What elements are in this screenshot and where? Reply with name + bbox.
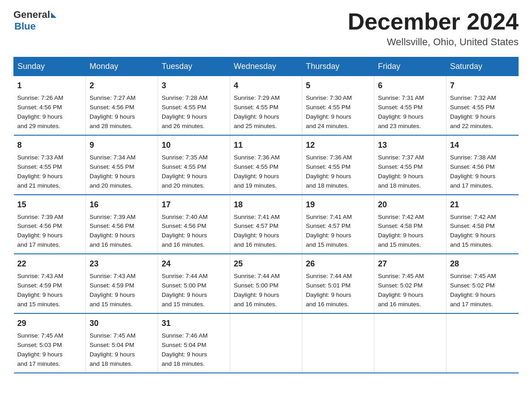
day-info: Sunrise: 7:46 AMSunset: 5:04 PMDaylight:…	[162, 331, 226, 369]
day-info: Sunrise: 7:43 AMSunset: 4:59 PMDaylight:…	[17, 272, 82, 309]
calendar-cell: 19 Sunrise: 7:41 AMSunset: 4:57 PMDaylig…	[302, 195, 374, 254]
sunrise-label: Sunrise: 7:41 AM	[234, 214, 280, 220]
calendar-cell: 21 Sunrise: 7:42 AMSunset: 4:58 PMDaylig…	[446, 195, 519, 254]
day-info: Sunrise: 7:27 AMSunset: 4:56 PMDaylight:…	[90, 94, 154, 131]
daylight-minutes: and 18 minutes.	[378, 182, 421, 189]
daylight-label: Daylight: 9 hours	[450, 291, 495, 298]
daylight-minutes: and 17 minutes.	[17, 360, 60, 367]
header-row: Sunday Monday Tuesday Wednesday Thursday…	[14, 57, 519, 76]
day-info: Sunrise: 7:28 AMSunset: 4:55 PMDaylight:…	[162, 94, 226, 131]
calendar-body: 1 Sunrise: 7:26 AMSunset: 4:56 PMDayligh…	[14, 76, 519, 373]
daylight-minutes: and 15 minutes.	[90, 301, 133, 308]
daylight-minutes: and 18 minutes.	[306, 182, 349, 189]
day-info: Sunrise: 7:41 AMSunset: 4:57 PMDaylight:…	[306, 213, 370, 250]
sunset-label: Sunset: 4:55 PM	[234, 104, 279, 111]
sunrise-label: Sunrise: 7:45 AM	[17, 332, 64, 339]
calendar-header: Sunday Monday Tuesday Wednesday Thursday…	[14, 57, 519, 76]
daylight-minutes: and 15 minutes.	[162, 301, 205, 308]
calendar-cell: 31 Sunrise: 7:46 AMSunset: 5:04 PMDaylig…	[158, 313, 230, 373]
daylight-label: Daylight: 9 hours	[450, 173, 495, 180]
page-header: General Blue December 2024 Wellsville, O…	[13, 9, 519, 48]
sunrise-label: Sunrise: 7:41 AM	[306, 214, 352, 220]
sunrise-label: Sunrise: 7:39 AM	[90, 214, 136, 220]
daylight-label: Daylight: 9 hours	[378, 291, 423, 298]
day-info: Sunrise: 7:44 AMSunset: 5:01 PMDaylight:…	[306, 272, 370, 309]
calendar-cell: 16 Sunrise: 7:39 AMSunset: 4:56 PMDaylig…	[86, 195, 158, 254]
daylight-minutes: and 16 minutes.	[378, 301, 421, 308]
day-number: 6	[378, 80, 442, 92]
sunrise-label: Sunrise: 7:39 AM	[17, 214, 64, 220]
daylight-label: Daylight: 9 hours	[234, 173, 279, 180]
sunset-label: Sunset: 5:01 PM	[306, 282, 351, 289]
daylight-minutes: and 18 minutes.	[90, 360, 133, 367]
daylight-label: Daylight: 9 hours	[162, 173, 207, 180]
daylight-minutes: and 18 minutes.	[162, 360, 205, 367]
logo-blue-text: Blue	[14, 21, 36, 32]
sunset-label: Sunset: 4:56 PM	[90, 104, 134, 111]
day-number: 17	[162, 199, 226, 211]
day-number: 8	[17, 139, 82, 151]
calendar-cell: 23 Sunrise: 7:43 AMSunset: 4:59 PMDaylig…	[86, 254, 158, 313]
sunrise-label: Sunrise: 7:31 AM	[378, 94, 424, 101]
daylight-minutes: and 19 minutes.	[234, 182, 277, 189]
day-info: Sunrise: 7:36 AMSunset: 4:55 PMDaylight:…	[306, 153, 370, 191]
sunrise-label: Sunrise: 7:26 AM	[17, 94, 64, 101]
calendar-cell: 5 Sunrise: 7:30 AMSunset: 4:55 PMDayligh…	[302, 76, 374, 135]
calendar-week-4: 22 Sunrise: 7:43 AMSunset: 4:59 PMDaylig…	[14, 254, 519, 313]
sunrise-label: Sunrise: 7:42 AM	[378, 214, 424, 220]
header-friday: Friday	[374, 57, 446, 76]
day-info: Sunrise: 7:34 AMSunset: 4:55 PMDaylight:…	[90, 153, 154, 191]
calendar-cell: 30 Sunrise: 7:45 AMSunset: 5:04 PMDaylig…	[86, 313, 158, 373]
calendar-cell: 20 Sunrise: 7:42 AMSunset: 4:58 PMDaylig…	[374, 195, 446, 254]
daylight-minutes: and 20 minutes.	[162, 182, 205, 189]
sunset-label: Sunset: 4:56 PM	[90, 223, 134, 229]
day-number: 12	[306, 139, 370, 151]
calendar-cell: 6 Sunrise: 7:31 AMSunset: 4:55 PMDayligh…	[374, 76, 446, 135]
day-info: Sunrise: 7:45 AMSunset: 5:02 PMDaylight:…	[450, 272, 515, 309]
daylight-label: Daylight: 9 hours	[17, 351, 63, 358]
sunset-label: Sunset: 4:57 PM	[234, 223, 279, 229]
day-number: 18	[234, 199, 298, 211]
calendar-cell	[230, 313, 302, 373]
calendar-cell: 10 Sunrise: 7:35 AMSunset: 4:55 PMDaylig…	[158, 135, 230, 195]
daylight-label: Daylight: 9 hours	[450, 113, 495, 120]
day-info: Sunrise: 7:30 AMSunset: 4:55 PMDaylight:…	[306, 94, 370, 131]
day-number: 9	[90, 139, 154, 151]
daylight-minutes: and 29 minutes.	[17, 123, 60, 129]
day-number: 13	[378, 139, 442, 151]
calendar-cell: 12 Sunrise: 7:36 AMSunset: 4:55 PMDaylig…	[302, 135, 374, 195]
calendar-cell: 9 Sunrise: 7:34 AMSunset: 4:55 PMDayligh…	[86, 135, 158, 195]
sunset-label: Sunset: 4:57 PM	[306, 223, 351, 229]
daylight-label: Daylight: 9 hours	[90, 113, 135, 120]
daylight-label: Daylight: 9 hours	[162, 232, 207, 239]
daylight-label: Daylight: 9 hours	[90, 173, 135, 180]
daylight-minutes: and 16 minutes.	[306, 301, 349, 308]
sunset-label: Sunset: 4:56 PM	[17, 223, 62, 229]
daylight-minutes: and 16 minutes.	[234, 241, 277, 248]
calendar-week-1: 1 Sunrise: 7:26 AMSunset: 4:56 PMDayligh…	[14, 76, 519, 135]
calendar-cell: 2 Sunrise: 7:27 AMSunset: 4:56 PMDayligh…	[86, 76, 158, 135]
day-number: 21	[450, 199, 515, 211]
daylight-minutes: and 17 minutes.	[450, 182, 493, 189]
sunset-label: Sunset: 4:55 PM	[162, 163, 206, 170]
daylight-label: Daylight: 9 hours	[90, 351, 135, 358]
day-info: Sunrise: 7:31 AMSunset: 4:55 PMDaylight:…	[378, 94, 442, 131]
day-info: Sunrise: 7:37 AMSunset: 4:55 PMDaylight:…	[378, 153, 442, 191]
day-info: Sunrise: 7:44 AMSunset: 5:00 PMDaylight:…	[234, 272, 298, 309]
sunrise-label: Sunrise: 7:36 AM	[306, 154, 352, 161]
sunset-label: Sunset: 4:55 PM	[234, 163, 279, 170]
day-info: Sunrise: 7:45 AMSunset: 5:03 PMDaylight:…	[17, 331, 82, 369]
sunset-label: Sunset: 4:55 PM	[162, 104, 206, 111]
sunrise-label: Sunrise: 7:43 AM	[17, 273, 64, 279]
day-info: Sunrise: 7:29 AMSunset: 4:55 PMDaylight:…	[234, 94, 298, 131]
day-number: 27	[378, 258, 442, 270]
calendar-table: Sunday Monday Tuesday Wednesday Thursday…	[13, 57, 519, 373]
title-section: December 2024 Wellsville, Ohio, United S…	[348, 9, 519, 48]
daylight-minutes: and 15 minutes.	[306, 241, 349, 248]
sunrise-label: Sunrise: 7:43 AM	[90, 273, 136, 279]
day-info: Sunrise: 7:41 AMSunset: 4:57 PMDaylight:…	[234, 213, 298, 250]
calendar-cell: 1 Sunrise: 7:26 AMSunset: 4:56 PMDayligh…	[14, 76, 86, 135]
calendar-week-2: 8 Sunrise: 7:33 AMSunset: 4:55 PMDayligh…	[14, 135, 519, 195]
daylight-label: Daylight: 9 hours	[234, 291, 279, 298]
day-number: 24	[162, 258, 226, 270]
